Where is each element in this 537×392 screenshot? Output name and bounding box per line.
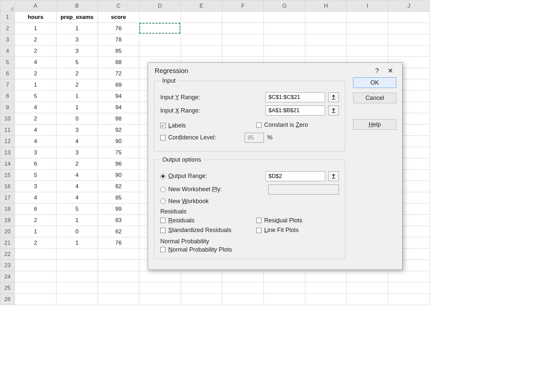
cancel-button[interactable]: Cancel — [353, 93, 396, 103]
cell-B2[interactable]: 1 — [56, 23, 98, 34]
cell-B15[interactable]: 4 — [56, 170, 98, 181]
residuals-checkbox[interactable]: Residuals — [160, 217, 194, 224]
row-header-1[interactable]: 1 — [0, 12, 15, 23]
cell-H1[interactable] — [305, 12, 347, 23]
cell-J3[interactable] — [388, 34, 430, 45]
line-fit-plots-checkbox[interactable]: Line Fit Plots — [256, 227, 299, 234]
cell-E1[interactable] — [181, 12, 222, 23]
cell-A7[interactable]: 1 — [15, 79, 56, 91]
cell-I25[interactable] — [347, 282, 388, 294]
confidence-checkbox[interactable]: Confidence Level: — [160, 134, 216, 141]
cell-C16[interactable]: 82 — [98, 181, 139, 192]
row-header-7[interactable]: 7 — [0, 79, 15, 91]
cell-C3[interactable]: 78 — [98, 34, 139, 45]
cell-B22[interactable] — [56, 249, 98, 260]
cell-A9[interactable]: 4 — [15, 102, 56, 113]
input-y-range[interactable] — [266, 92, 325, 102]
cell-C1[interactable]: score — [98, 12, 139, 23]
cell-G24[interactable] — [264, 271, 305, 282]
cell-J26[interactable] — [388, 294, 430, 305]
cell-B1[interactable]: prep_exams — [56, 12, 98, 23]
new-workbook-radio[interactable]: New Workbook — [160, 198, 209, 205]
cell-B26[interactable] — [56, 294, 98, 305]
cell-C21[interactable]: 76 — [98, 237, 139, 249]
cell-C10[interactable]: 88 — [98, 113, 139, 124]
cell-C20[interactable]: 62 — [98, 226, 139, 237]
ref-button-output[interactable] — [328, 171, 339, 181]
cell-G2[interactable] — [264, 23, 305, 34]
cell-A6[interactable]: 2 — [15, 68, 56, 79]
cell-B7[interactable]: 2 — [56, 79, 98, 91]
cell-G4[interactable] — [264, 45, 305, 57]
cell-B21[interactable]: 1 — [56, 237, 98, 249]
row-header-19[interactable]: 19 — [0, 215, 15, 226]
row-header-10[interactable]: 10 — [0, 113, 15, 124]
cell-A16[interactable]: 3 — [15, 181, 56, 192]
cell-D25[interactable] — [139, 282, 181, 294]
cell-A4[interactable]: 2 — [15, 45, 56, 57]
cell-B25[interactable] — [56, 282, 98, 294]
help-icon[interactable]: ? — [370, 67, 384, 75]
cell-F25[interactable] — [222, 282, 264, 294]
cell-H3[interactable] — [305, 34, 347, 45]
cell-B18[interactable]: 5 — [56, 203, 98, 215]
close-icon[interactable]: ✕ — [384, 67, 397, 75]
cell-E2[interactable] — [181, 23, 222, 34]
help-button[interactable]: Help — [353, 119, 396, 130]
cell-G26[interactable] — [264, 294, 305, 305]
row-header-26[interactable]: 26 — [0, 294, 15, 305]
cell-B3[interactable]: 3 — [56, 34, 98, 45]
row-header-6[interactable]: 6 — [0, 68, 15, 79]
cell-E4[interactable] — [181, 45, 222, 57]
cell-B13[interactable]: 3 — [56, 147, 98, 158]
row-header-17[interactable]: 17 — [0, 192, 15, 203]
cell-C11[interactable]: 92 — [98, 124, 139, 136]
column-header-H[interactable]: H — [305, 0, 347, 12]
cell-G25[interactable] — [264, 282, 305, 294]
cell-A22[interactable] — [15, 249, 56, 260]
row-header-21[interactable]: 21 — [0, 237, 15, 249]
row-header-12[interactable]: 12 — [0, 136, 15, 147]
cell-A18[interactable]: 6 — [15, 203, 56, 215]
cell-B23[interactable] — [56, 260, 98, 271]
input-x-range[interactable] — [266, 106, 325, 116]
cell-F26[interactable] — [222, 294, 264, 305]
cell-E3[interactable] — [181, 34, 222, 45]
cell-C13[interactable]: 75 — [98, 147, 139, 158]
cell-E26[interactable] — [181, 294, 222, 305]
column-header-I[interactable]: I — [347, 0, 388, 12]
cell-A25[interactable] — [15, 282, 56, 294]
cell-A20[interactable]: 1 — [15, 226, 56, 237]
cell-C9[interactable]: 94 — [98, 102, 139, 113]
cell-B11[interactable]: 3 — [56, 124, 98, 136]
column-header-J[interactable]: J — [388, 0, 430, 12]
cell-B16[interactable]: 4 — [56, 181, 98, 192]
cell-I2[interactable] — [347, 23, 388, 34]
ref-button-x[interactable] — [328, 106, 339, 116]
select-all-corner[interactable] — [0, 0, 15, 12]
row-header-4[interactable]: 4 — [0, 45, 15, 57]
cell-A10[interactable]: 2 — [15, 113, 56, 124]
cell-D24[interactable] — [139, 271, 181, 282]
cell-I24[interactable] — [347, 271, 388, 282]
cell-C6[interactable]: 72 — [98, 68, 139, 79]
column-header-F[interactable]: F — [222, 0, 264, 12]
row-header-3[interactable]: 3 — [0, 34, 15, 45]
cell-H24[interactable] — [305, 271, 347, 282]
cell-A8[interactable]: 5 — [15, 91, 56, 102]
cell-F24[interactable] — [222, 271, 264, 282]
cell-C22[interactable] — [98, 249, 139, 260]
cell-A21[interactable]: 2 — [15, 237, 56, 249]
cell-I4[interactable] — [347, 45, 388, 57]
row-header-22[interactable]: 22 — [0, 249, 15, 260]
cell-A2[interactable]: 1 — [15, 23, 56, 34]
cell-A1[interactable]: hours — [15, 12, 56, 23]
cell-D4[interactable] — [139, 45, 181, 57]
cell-C23[interactable] — [98, 260, 139, 271]
cell-C25[interactable] — [98, 282, 139, 294]
cell-C17[interactable]: 85 — [98, 192, 139, 203]
column-header-D[interactable]: D — [139, 0, 181, 12]
output-range-input[interactable] — [266, 171, 325, 181]
cell-F2[interactable] — [222, 23, 264, 34]
cell-I3[interactable] — [347, 34, 388, 45]
